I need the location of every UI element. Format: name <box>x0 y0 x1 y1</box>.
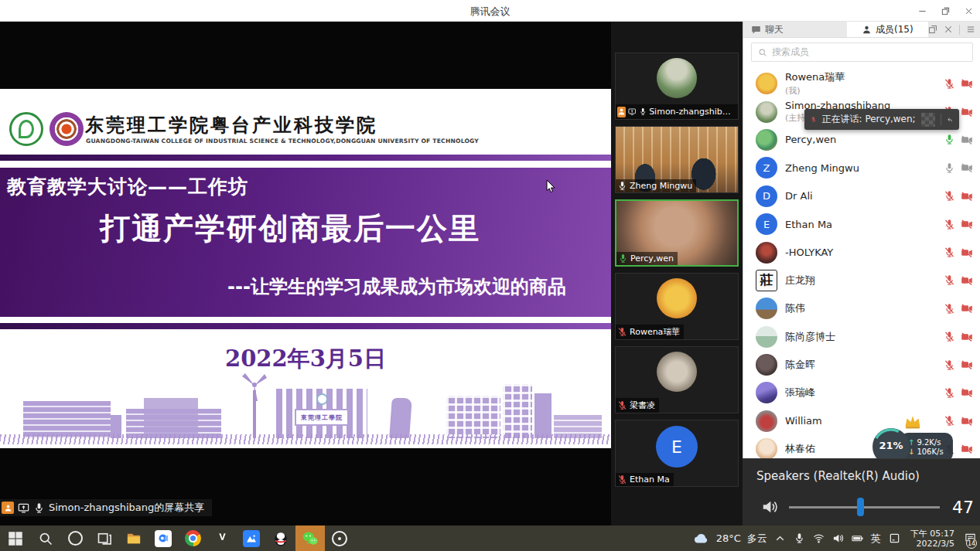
avatar: E <box>756 213 777 235</box>
mic-icon <box>33 502 45 514</box>
download-speed: 106K/s <box>917 447 943 456</box>
wechat-icon[interactable] <box>295 525 325 551</box>
weather-temp[interactable]: 28°C <box>713 532 744 544</box>
slider-thumb[interactable] <box>857 498 864 516</box>
tray-expand-icon[interactable] <box>770 525 790 551</box>
mic-icon[interactable] <box>944 331 955 342</box>
mic-icon[interactable] <box>944 190 955 202</box>
ime-board-icon[interactable] <box>885 525 904 551</box>
member-row[interactable]: 莊 庄龙翔 <box>743 267 980 294</box>
member-row[interactable]: 陈金晖 <box>743 351 980 379</box>
popout-icon[interactable] <box>928 25 937 34</box>
task-view-icon[interactable] <box>90 525 119 551</box>
notification-center-icon[interactable]: 14 <box>961 525 980 551</box>
menu-icon[interactable] <box>966 25 975 34</box>
meeting-recorder-icon[interactable] <box>325 525 354 551</box>
wind-turbine <box>234 369 275 401</box>
member-row[interactable]: William <box>743 407 980 435</box>
tray-mic-icon[interactable] <box>790 525 809 551</box>
minimize-button[interactable] <box>910 0 934 22</box>
mic-icon[interactable] <box>944 303 955 315</box>
member-row[interactable]: -HOLYKAY <box>743 238 980 266</box>
chrome-icon[interactable] <box>178 525 207 551</box>
camera-icon[interactable] <box>961 274 973 287</box>
member-row[interactable]: Z Zheng Mingwu <box>743 154 980 182</box>
shared-screen-area: 东莞理工学院粤台产业科技学院 GUANGDONG-TAIWAN COLLEGE … <box>0 22 611 525</box>
mic-icon[interactable] <box>944 219 955 230</box>
member-row[interactable]: Rowena瑞華(我) <box>743 70 980 97</box>
member-role: (我) <box>785 85 944 97</box>
docs-app-icon[interactable] <box>237 525 266 551</box>
weather-condition[interactable]: 多云 <box>744 532 770 546</box>
tencent-meeting-icon[interactable] <box>149 525 178 551</box>
video-tile-simon[interactable]: Simon-zhangshibang的... <box>615 53 739 120</box>
mic-icon[interactable] <box>944 415 955 427</box>
camera-icon[interactable] <box>961 359 973 371</box>
video-tile-liang[interactable]: 梁書凌 <box>615 346 739 413</box>
camera-icon[interactable] <box>961 134 973 146</box>
mic-icon[interactable] <box>944 387 955 399</box>
tab-members[interactable]: 成员(15) <box>847 22 928 37</box>
restore-button[interactable] <box>934 0 957 22</box>
tray-battery-icon[interactable] <box>848 525 867 551</box>
v-app-icon[interactable] <box>207 525 237 551</box>
tray-volume-icon[interactable] <box>828 525 848 551</box>
start-button[interactable] <box>0 525 31 551</box>
member-row[interactable]: Percy,wen <box>743 126 980 154</box>
mic-icon[interactable] <box>944 134 955 145</box>
mic-icon <box>617 327 627 337</box>
taskbar-clock[interactable]: 下午 05:17 2022/3/5 <box>904 529 961 549</box>
slider-track[interactable] <box>789 506 940 508</box>
camera-icon[interactable] <box>961 415 973 427</box>
search-members-input[interactable]: 搜索成员 <box>751 43 973 62</box>
close-button[interactable] <box>957 0 980 22</box>
mic-icon <box>617 474 627 485</box>
mic-muted-icon[interactable] <box>811 114 817 124</box>
member-row[interactable]: 陈尚彦博士 <box>743 323 980 351</box>
close-panel-icon[interactable] <box>944 25 953 34</box>
campus-stone <box>389 398 412 438</box>
volume-slider[interactable] <box>789 498 940 516</box>
camera-icon[interactable] <box>961 386 973 399</box>
mic-icon <box>618 253 628 264</box>
mic-icon[interactable] <box>944 247 955 258</box>
window-titlebar[interactable]: 腾讯会议 <box>0 0 980 22</box>
input-language[interactable]: 英 <box>867 525 885 551</box>
camera-icon[interactable] <box>961 247 973 259</box>
video-tile-ethan[interactable]: E Ethan Ma <box>615 420 739 487</box>
speaker-icon[interactable] <box>761 498 778 515</box>
video-tile-rowena[interactable]: Rowena瑞華 <box>615 273 739 340</box>
upload-speed: 9.2K/s <box>917 438 941 447</box>
member-row[interactable]: 陈伟 <box>743 294 980 322</box>
camera-icon[interactable] <box>961 218 973 230</box>
mic-icon[interactable] <box>944 162 955 174</box>
camera-icon[interactable] <box>961 162 973 174</box>
member-row[interactable]: D Dr Ali <box>743 182 980 210</box>
mic-icon[interactable] <box>944 274 955 286</box>
taskbar-search-icon[interactable] <box>31 525 60 551</box>
cortana-icon[interactable] <box>60 525 90 551</box>
qq-icon[interactable] <box>266 525 295 551</box>
video-tile-zheng[interactable]: Zheng Mingwu <box>615 126 739 193</box>
member-row[interactable]: E Ethan Ma <box>743 210 980 238</box>
reply-icon[interactable] <box>947 114 953 125</box>
tray-wifi-icon[interactable] <box>809 525 828 551</box>
file-explorer-icon[interactable] <box>119 525 149 551</box>
participant-name: Simon-zhangshibang的... <box>649 106 734 117</box>
camera-icon[interactable] <box>961 302 973 315</box>
member-row[interactable]: 張瑞峰 <box>743 379 980 406</box>
video-tile-percy[interactable]: Percy,wen <box>615 199 739 267</box>
tab-chat[interactable]: 聊天 <box>743 22 847 37</box>
camera-icon[interactable] <box>961 106 973 118</box>
camera-icon[interactable] <box>961 190 973 202</box>
avatar <box>756 410 777 432</box>
mic-icon[interactable] <box>944 359 955 371</box>
college-logo-green <box>9 112 43 146</box>
slide-banner: 教育教学大讨论——工作坊 打通产学研创商最后一公里 ---让学生的学习成果成为市… <box>0 168 611 317</box>
camera-icon[interactable] <box>961 77 973 90</box>
camera-icon[interactable] <box>961 331 973 343</box>
camera-icon[interactable] <box>961 443 973 455</box>
member-name: Dr Ali <box>785 190 944 202</box>
mic-icon[interactable] <box>944 78 955 90</box>
weather-icon[interactable] <box>690 525 713 551</box>
